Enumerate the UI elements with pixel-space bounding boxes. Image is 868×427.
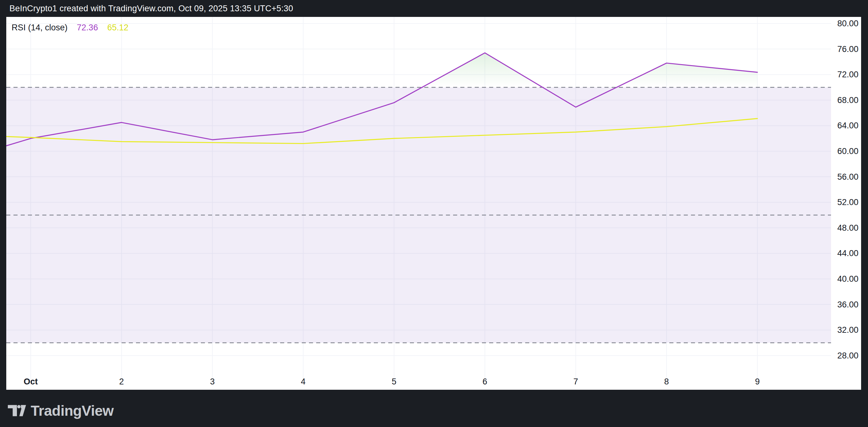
- y-axis-label: 52.00: [837, 198, 866, 207]
- y-axis-label: 76.00: [837, 45, 866, 54]
- tradingview-logo-icon: [8, 405, 26, 417]
- x-axis-label: 9: [743, 377, 772, 386]
- y-axis-label: 64.00: [837, 121, 866, 130]
- legend-rsi-value: 72.36: [77, 23, 98, 32]
- indicator-legend: RSI (14, close) 72.36 65.12: [11, 23, 128, 32]
- rsi-chart: [6, 17, 861, 390]
- legend-ma-value: 65.12: [107, 23, 128, 32]
- footer-bar: TradingView: [0, 390, 868, 427]
- x-axis-label: Oct: [17, 377, 45, 386]
- y-axis-label: 44.00: [837, 249, 866, 258]
- y-axis-label: 56.00: [837, 172, 866, 181]
- y-axis-label: 40.00: [837, 274, 866, 283]
- x-axis-label: 6: [471, 377, 499, 386]
- x-axis-label: 5: [380, 377, 408, 386]
- y-axis-label: 72.00: [837, 70, 866, 79]
- x-axis-label: 2: [107, 377, 136, 386]
- x-axis-label: 4: [289, 377, 317, 386]
- tradingview-logo-text: TradingView: [31, 402, 114, 419]
- chart-panel: RSI (14, close) 72.36 65.12 80.0076.0072…: [6, 17, 861, 390]
- y-axis-label: 48.00: [837, 224, 866, 232]
- x-axis-label: 3: [198, 377, 226, 386]
- x-axis-label: 8: [652, 377, 681, 386]
- y-axis-label: 32.00: [837, 326, 866, 334]
- x-axis-label: 7: [561, 377, 590, 386]
- y-axis-label: 28.00: [837, 351, 866, 360]
- y-axis-label: 36.00: [837, 300, 866, 309]
- header-bar: BeInCrypto1 created with TradingView.com…: [0, 0, 868, 17]
- y-axis-label: 68.00: [837, 96, 866, 104]
- tradingview-logo: TradingView: [8, 402, 114, 419]
- page-title: BeInCrypto1 created with TradingView.com…: [0, 4, 293, 13]
- legend-indicator-name: RSI (14, close): [11, 23, 68, 32]
- y-axis-label: 80.00: [837, 19, 866, 28]
- y-axis-label: 60.00: [837, 147, 866, 156]
